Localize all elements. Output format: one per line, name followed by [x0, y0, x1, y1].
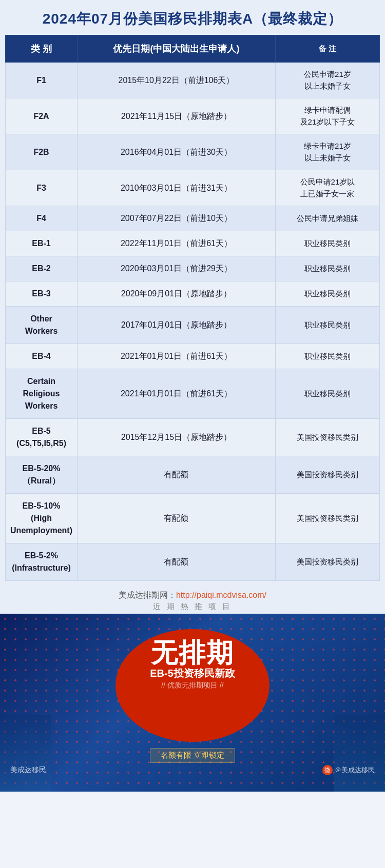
banner-divider: // 优质无排期项目 // — [121, 681, 264, 689]
footer-info: 美成达排期网：http://paiqi.mcdvisa.com/ 近 期 热 推… — [0, 585, 385, 614]
banner-company: 美成达移民 — [10, 765, 46, 775]
table-body: F12015年10月22日（前进106天）公民申请21岁 以上未婚子女F2A20… — [6, 63, 380, 581]
site-url[interactable]: http://paiqi.mcdvisa.com/ — [176, 591, 266, 599]
cell-date: 2010年03月01日（前进31天） — [78, 170, 276, 206]
cell-category: F4 — [6, 206, 78, 231]
hot-label: 近 期 热 推 项 目 — [5, 602, 380, 612]
table-row: F32010年03月01日（前进31天）公民申请21岁以 上已婚子女一家 — [6, 170, 380, 206]
cell-date: 有配额 — [78, 543, 276, 581]
table-row: EB-22020年03月01日（前进29天）职业移民类别 — [6, 256, 380, 281]
cell-date: 2016年04月01日（前进30天） — [78, 134, 276, 170]
cell-date: 有配额 — [78, 456, 276, 494]
table-row: EB-5-10% (High Unemployment)有配额美国投资移民类别 — [6, 494, 380, 543]
cell-category: Certain Religious Workers — [6, 369, 78, 419]
banner: 无排期 EB-5投资移民新政 // 优质无排期项目 // 名额有限 立即锁定 美… — [0, 614, 385, 792]
cell-note: 职业移民类别 — [275, 281, 379, 307]
page-container: 2024年07月份美国移民排期表A（最终裁定） 类 别 优先日期(中国大陆出生申… — [0, 0, 385, 792]
banner-sub-text: EB-5投资移民新政 — [121, 668, 264, 678]
cell-note: 公民申请21岁以 上已婚子女一家 — [275, 170, 379, 206]
table-row: F2A2021年11月15日（原地踏步）绿卡申请配偶 及21岁以下子女 — [6, 98, 380, 134]
cell-date: 2021年01月01日（前进61天） — [78, 344, 276, 369]
banner-footer-row: 美成达移民 微 ＠美成达移民 — [10, 763, 375, 777]
cell-category: Other Workers — [6, 307, 78, 344]
banner-weibo: 微 ＠美成达移民 — [322, 765, 375, 775]
cell-category: F1 — [6, 63, 78, 98]
table-row: EB-12022年11月01日（前进61天）职业移民类别 — [6, 231, 380, 256]
cell-category: EB-5-10% (High Unemployment) — [6, 494, 78, 543]
cell-date: 2021年11月15日（原地踏步） — [78, 98, 276, 134]
table-wrapper: 类 别 优先日期(中国大陆出生申请人) 备 注 F12015年10月22日（前进… — [0, 35, 385, 585]
visa-table: 类 别 优先日期(中国大陆出生申请人) 备 注 F12015年10月22日（前进… — [5, 35, 380, 581]
cell-category: F3 — [6, 170, 78, 206]
table-row: EB-5-20% （Rural）有配额美国投资移民类别 — [6, 456, 380, 494]
cell-note: 美国投资移民类别 — [275, 494, 379, 543]
cell-note: 职业移民类别 — [275, 369, 379, 419]
cell-category: F2A — [6, 98, 78, 134]
table-row: Certain Religious Workers2021年01月01日（前进6… — [6, 369, 380, 419]
table-row: EB-32020年09月01日（原地踏步）职业移民类别 — [6, 281, 380, 307]
cell-category: EB-5 (C5,T5,I5,R5) — [6, 419, 78, 456]
cell-note: 职业移民类别 — [275, 256, 379, 281]
table-header-row: 类 别 优先日期(中国大陆出生申请人) 备 注 — [6, 35, 380, 63]
cell-category: EB-4 — [6, 344, 78, 369]
cell-date: 2022年11月01日（前进61天） — [78, 231, 276, 256]
cell-category: EB-5-2% (Infrastructure) — [6, 543, 78, 581]
col-header-note: 备 注 — [275, 35, 379, 63]
cell-date: 2017年01月01日（原地踏步） — [78, 307, 276, 344]
cell-date: 2015年12月15日（原地踏步） — [78, 419, 276, 456]
table-row: F12015年10月22日（前进106天）公民申请21岁 以上未婚子女 — [6, 63, 380, 98]
site-line: 美成达排期网：http://paiqi.mcdvisa.com/ — [5, 590, 380, 601]
col-header-category: 类 别 — [6, 35, 78, 63]
col-header-date: 优先日期(中国大陆出生申请人) — [78, 35, 276, 63]
cell-note: 绿卡申请配偶 及21岁以下子女 — [275, 98, 379, 134]
cell-note: 公民申请21岁 以上未婚子女 — [275, 63, 379, 98]
table-row: EB-5 (C5,T5,I5,R5)2015年12月15日（原地踏步）美国投资移… — [6, 419, 380, 456]
cell-date: 2021年01月01日（前进61天） — [78, 369, 276, 419]
cell-note: 美国投资移民类别 — [275, 456, 379, 494]
cell-note: 美国投资移民类别 — [275, 543, 379, 581]
cell-note: 美国投资移民类别 — [275, 419, 379, 456]
cell-category: EB-5-20% （Rural） — [6, 456, 78, 494]
cell-category: EB-2 — [6, 256, 78, 281]
cell-category: EB-3 — [6, 281, 78, 307]
cell-date: 2007年07月22日（前进10天） — [78, 206, 276, 231]
cell-date: 2015年10月22日（前进106天） — [78, 63, 276, 98]
cell-date: 2020年09月01日（原地踏步） — [78, 281, 276, 307]
header: 2024年07月份美国移民排期表A（最终裁定） — [0, 0, 385, 35]
cell-note: 职业移民类别 — [275, 307, 379, 344]
cell-note: 公民申请兄弟姐妹 — [275, 206, 379, 231]
table-row: F42007年07月22日（前进10天）公民申请兄弟姐妹 — [6, 206, 380, 231]
cell-note: 职业移民类别 — [275, 231, 379, 256]
table-row: EB-5-2% (Infrastructure)有配额美国投资移民类别 — [6, 543, 380, 581]
table-row: EB-42021年01月01日（前进61天）职业移民类别 — [6, 344, 380, 369]
cell-category: EB-1 — [6, 231, 78, 256]
weibo-label: ＠美成达移民 — [335, 765, 375, 775]
weibo-icon: 微 — [322, 765, 333, 775]
table-row: Other Workers2017年01月01日（原地踏步）职业移民类别 — [6, 307, 380, 344]
cell-category: F2B — [6, 134, 78, 170]
banner-bottom-bar: 名额有限 立即锁定 — [10, 748, 375, 763]
banner-quota-text: 名额有限 立即锁定 — [150, 748, 235, 763]
table-row: F2B2016年04月01日（前进30天）绿卡申请21岁 以上未婚子女 — [6, 134, 380, 170]
banner-circle: 无排期 EB-5投资移民新政 // 优质无排期项目 // — [116, 629, 270, 742]
page-title: 2024年07月份美国移民排期表A（最终裁定） — [5, 9, 380, 29]
banner-main-text: 无排期 — [121, 639, 264, 666]
cell-date: 有配额 — [78, 494, 276, 543]
site-label: 美成达排期网： — [119, 591, 176, 599]
cell-date: 2020年03月01日（前进29天） — [78, 256, 276, 281]
cell-note: 绿卡申请21岁 以上未婚子女 — [275, 134, 379, 170]
cell-note: 职业移民类别 — [275, 344, 379, 369]
